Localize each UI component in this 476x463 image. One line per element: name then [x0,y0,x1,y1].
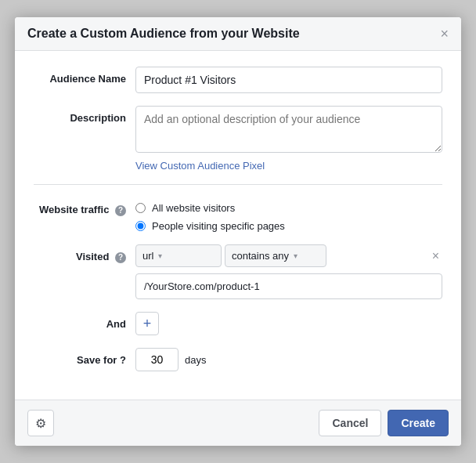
cancel-button[interactable]: Cancel [319,410,381,436]
days-label: days [185,354,206,366]
create-button[interactable]: Create [388,410,449,436]
website-traffic-info-icon[interactable]: ? [115,205,126,216]
description-input[interactable] [135,106,442,153]
audience-name-label: Audience Name [34,67,135,85]
settings-button[interactable]: ⚙ [27,410,54,436]
view-pixel-link[interactable]: View Custom Audience Pixel [135,160,442,172]
visited-info-icon[interactable]: ? [115,252,126,263]
and-row: And + [34,312,442,335]
remove-rule-button[interactable]: × [429,248,442,265]
all-visitors-radio[interactable] [135,203,146,213]
url-dropdown-arrow: ▾ [158,251,162,260]
audience-name-wrap [135,67,442,93]
url-dropdown-label: url [142,250,153,262]
description-row: Description View Custom Audience Pixel [34,106,442,172]
modal-overlay: Create a Custom Audience from your Websi… [0,0,476,463]
url-input-row [135,273,442,299]
modal-close-button[interactable]: × [440,27,449,41]
visited-dropdowns: url ▾ contains any ▾ × [135,244,442,267]
visited-controls: url ▾ contains any ▾ × [135,244,442,299]
section-divider [34,184,442,185]
save-for-row: Save for ? days [34,348,442,371]
contains-dropdown-arrow: ▾ [294,251,298,260]
days-input[interactable] [135,348,178,371]
visited-label: Visited ? [34,244,135,263]
specific-pages-label: People visiting specific pages [152,220,285,232]
modal-title: Create a Custom Audience from your Websi… [27,27,300,41]
website-traffic-label: Website traffic ? [34,197,135,216]
modal-body: Audience Name Description View Custom Au… [15,51,461,400]
save-for-label: Save for ? [34,354,135,366]
contains-dropdown-label: contains any [232,250,289,262]
modal-dialog: Create a Custom Audience from your Websi… [15,17,461,446]
url-dropdown[interactable]: url ▾ [135,244,222,267]
url-value-input[interactable] [135,273,442,299]
modal-footer: ⚙ Cancel Create [15,400,461,446]
gear-icon: ⚙ [35,416,46,431]
description-label: Description [34,106,135,124]
specific-pages-radio[interactable] [135,221,146,231]
description-wrap: View Custom Audience Pixel [135,106,442,172]
add-rule-button[interactable]: + [135,312,159,335]
website-traffic-row: Website traffic ? All website visitors P… [34,197,442,232]
save-for-info-icon[interactable]: ? [120,354,126,366]
specific-pages-option[interactable]: People visiting specific pages [135,220,442,232]
contains-dropdown[interactable]: contains any ▾ [225,244,326,267]
footer-actions: Cancel Create [319,410,449,436]
all-visitors-option[interactable]: All website visitors [135,202,442,214]
audience-name-input[interactable] [135,67,442,93]
audience-name-row: Audience Name [34,67,442,93]
all-visitors-label: All website visitors [152,202,235,214]
traffic-radio-group: All website visitors People visiting spe… [135,197,442,232]
traffic-options-wrap: All website visitors People visiting spe… [135,197,442,232]
visited-row: Visited ? url ▾ contains any ▾ [34,244,442,299]
and-label: And [34,318,135,330]
modal-header: Create a Custom Audience from your Websi… [15,17,461,51]
